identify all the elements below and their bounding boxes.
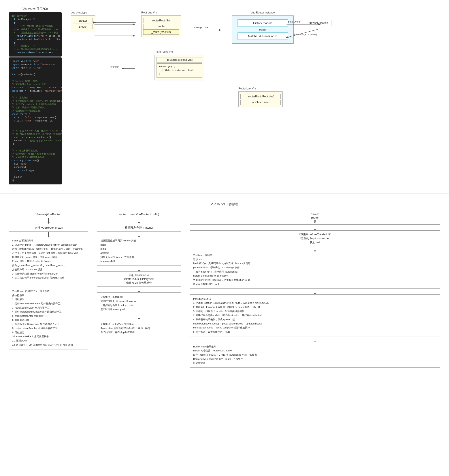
bottom-col2: router = new VueRouter(config) 根据规则创建 ma… <box>97 211 181 337</box>
top-diagram-area: change route Rerender Bind Event (hashch… <box>71 7 440 107</box>
vue-prototype-group: Vue prototype $router $route <box>71 11 95 32</box>
render-fn-row: render(h) { h(this.$route.matched,...)} <box>157 63 202 78</box>
top-row-2: RouterView Vm _routerRoot (Root Vue) ren… <box>71 44 440 80</box>
col2-step5-desc: 全局组件 RouterLink 渲染时根据 to 和 current locat… <box>97 292 181 314</box>
col1-guard-box: Vue-Router 的路由守卫（钩子系统） 接执行顺序： 1. 导航触发 2.… <box>9 287 88 349</box>
top-row-1: Vue prototype $router $route Root Vue Vm… <box>71 7 440 44</box>
trigger-label: trigger <box>237 28 288 31</box>
onclick-row: onClick Event <box>240 100 281 105</box>
router-row: _router <box>143 24 179 29</box>
arrow1 <box>48 218 49 222</box>
vue-router-instance-group: Vue Router Instance History module trigg… <box>232 11 294 44</box>
code-block-html: div id='app' h1 Hello App! /h1 p <!-- 使用… <box>9 12 62 57</box>
bottom-col1: Vue.use(VueRouter) 执行 VueRouter.install … <box>9 211 88 349</box>
routerroot-row: _routerRoot (this) <box>143 18 179 23</box>
arrow6 <box>139 287 139 291</box>
vue-prototype-label: Vue prototype <box>71 11 87 14</box>
col2-step6-desc: 全局组件 RouterView 支持嵌套 RouterView 在渲染过程中会通… <box>97 320 181 337</box>
arrow2 <box>48 232 49 236</box>
routerview-vm-group: RouterView Vm _routerRoot (Root Vue) ren… <box>155 50 204 80</box>
matcher-box: Matcher & TransitionTo <box>237 33 288 40</box>
proto-row-router: $router <box>73 18 92 23</box>
col2-step3-desc: 根据配置生成不同的 History 实例 hash html5 abstract… <box>97 236 181 266</box>
col3-step1: Vue({ router }) <box>190 211 440 225</box>
col2-step1: router = new VueRouter(config) <box>97 211 181 218</box>
bottom-grid: Vue.use(VueRouter) 执行 VueRouter.install … <box>9 211 440 368</box>
bottom-title: Vue router 工作原理 <box>9 202 440 206</box>
routerview-vm-box: _routerRoot (Root Vue) render(h) { h(thi… <box>155 55 204 80</box>
arrow5 <box>139 266 139 270</box>
code-panel: Vue router 使用方法 div id='app' h1 Hello Ap… <box>9 7 62 184</box>
col3-step5-desc: RouterView 全局组件 render 时会使用 _routerRoot.… <box>190 342 440 368</box>
col2-step2: 根据规则创建 matcher <box>97 224 181 232</box>
col1-step1: Vue.use(VueRouter) <box>9 211 88 218</box>
code-block-js: import Vue from 'vue' import VueRouter f… <box>9 57 62 184</box>
top-row-3: RouterLink Vm _routerRoot (Root Vue) onC… <box>71 80 440 107</box>
col3-step4-desc: transitionTo 逻辑 1. 使用新 location 匹配 matac… <box>190 295 440 336</box>
history-module-box: History module <box>237 19 288 27</box>
arrow3 <box>139 218 139 222</box>
arrow9 <box>315 246 315 251</box>
vue-router-instance-box: History module trigger Matcher & Transit… <box>232 16 294 44</box>
routerlink-vm-label: RouterLink Vm <box>238 87 256 90</box>
browser-location-box: Browser location <box>305 20 332 26</box>
proto-row-route: $route <box>73 24 92 29</box>
root-vue-vm-box: _routerRoot (this) _router _route (react… <box>141 16 181 37</box>
bottom-section: Vue router 工作原理 Vue.use(VueRouter) 执行 Vu… <box>0 198 449 372</box>
top-section: Vue router 使用方法 div id='app' h1 Hello Ap… <box>0 0 449 191</box>
routerlink-vm-box: _routerRoot (Root Vue) onClick Event <box>238 91 283 107</box>
routerlink-vm-group: RouterLink Vm _routerRoot (Root Vue) onC… <box>238 87 283 107</box>
reactive-row: _route (reactive) <box>143 29 179 35</box>
routerview-vm-label: RouterView Vm <box>155 50 173 53</box>
arrow4 <box>139 232 139 236</box>
col2-step4: 执行 transitionTo 同时根据不同 History 实例 做修改 ur… <box>97 272 181 287</box>
col1-step2: 执行 VueRouter.install <box>9 224 88 232</box>
col3-step3-desc: VueRouter 实例中 记录 vm hash 模式在此时绑定事件（如果支持 … <box>190 251 440 289</box>
section-divider <box>0 193 449 193</box>
col1-step3-desc: install 主要做四件事 1. 添加全局 Mixin，在 beforeCre… <box>9 236 88 282</box>
arrow7 <box>139 314 139 318</box>
arrow10 <box>315 289 315 293</box>
root-vue-vm-group: Root Vue Vm _routerRoot (this) _router _… <box>141 11 181 37</box>
routerroot-link-row: _routerRoot (Root Vue) <box>240 94 281 99</box>
browser-location-group: Browser location <box>305 20 332 26</box>
code-panel-title: Vue router 使用方法 <box>9 7 62 11</box>
vue-router-instance-label: Vue Router Instance <box>232 11 294 14</box>
col3-step2: 根组件 beforeCreated 时 检查到 $options.render … <box>190 230 440 246</box>
bottom-col3: Vue({ router }) 根组件 beforeCreated 时 检查到 … <box>190 211 440 368</box>
arrow11 <box>315 336 315 341</box>
routerroot-root-row: _routerRoot (Root Vue) <box>157 57 202 62</box>
root-vue-vm-label: Root Vue Vm <box>141 11 157 14</box>
arrow8 <box>315 225 315 229</box>
vue-prototype-box: $router $route <box>71 16 95 32</box>
